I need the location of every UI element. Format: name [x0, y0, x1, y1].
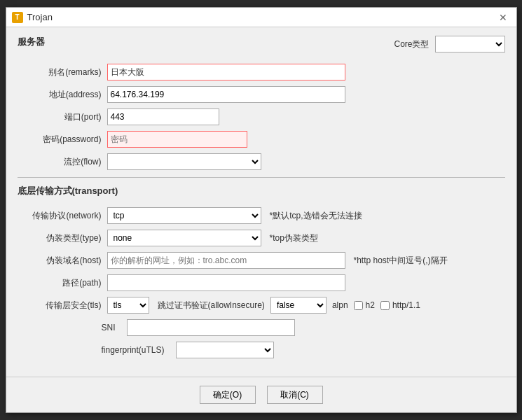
- core-type-select[interactable]: xray v2ray: [435, 36, 505, 52]
- path-row: 路径(path): [18, 274, 505, 291]
- allow-insecure-label: 跳过证书验证(allowInsecure): [158, 300, 265, 312]
- type-hint: *top伪装类型: [270, 232, 318, 244]
- remarks-row: 别名(remarks): [18, 64, 505, 80]
- divider-1: [18, 177, 505, 178]
- path-label: 路径(path): [18, 277, 102, 289]
- trojan-dialog: T Trojan ✕ 服务器 Core类型 xray v2ray 别名(rema…: [6, 7, 517, 413]
- alpn-label: alpn: [332, 300, 348, 310]
- dialog-body: 服务器 Core类型 xray v2ray 别名(remarks) 地址(add…: [6, 27, 516, 377]
- flow-select[interactable]: [107, 153, 261, 170]
- type-row: 伪装类型(type) none http srtp *top伪装类型: [18, 230, 505, 246]
- port-row: 端口(port): [18, 108, 505, 125]
- h2-checkbox[interactable]: [354, 301, 363, 310]
- fingerprint-label: fingerprint(uTLS): [102, 345, 165, 355]
- address-label: 地址(address): [18, 89, 102, 101]
- password-input[interactable]: [107, 131, 247, 148]
- fingerprint-select[interactable]: chrome firefox safari randomized: [176, 342, 274, 358]
- address-row: 地址(address): [18, 86, 505, 103]
- path-input[interactable]: [107, 274, 345, 291]
- allow-insecure-select[interactable]: false true: [270, 297, 327, 314]
- remarks-input[interactable]: [107, 64, 345, 80]
- window-title: Trojan: [27, 12, 53, 22]
- title-bar: T Trojan ✕: [6, 8, 516, 27]
- app-icon: T: [12, 12, 23, 23]
- dialog-footer: 确定(O) 取消(C): [6, 377, 516, 412]
- remarks-label: 别名(remarks): [18, 66, 102, 78]
- flow-row: 流控(flow): [18, 153, 505, 170]
- network-label: 传输协议(network): [18, 210, 102, 222]
- host-row: 伪装域名(host) *http host中间逗号(,)隔开: [18, 252, 505, 269]
- server-section-label: 服务器: [18, 36, 45, 51]
- http11-checkbox[interactable]: [380, 301, 390, 310]
- h2-label: h2: [366, 300, 375, 310]
- confirm-button[interactable]: 确定(O): [200, 386, 256, 404]
- type-label: 伪装类型(type): [18, 232, 102, 244]
- address-input[interactable]: [107, 86, 345, 103]
- host-hint: *http host中间逗号(,)隔开: [354, 255, 448, 267]
- close-button[interactable]: ✕: [495, 10, 511, 25]
- network-row: 传输协议(network) tcp kcp ws h2 quic grpc *默…: [18, 207, 505, 224]
- sni-input[interactable]: [127, 319, 295, 336]
- port-input[interactable]: [107, 108, 219, 125]
- sni-label: SNI: [102, 323, 116, 332]
- cancel-button[interactable]: 取消(C): [267, 386, 323, 404]
- tls-label: 传输层安全(tls): [18, 300, 102, 312]
- type-select[interactable]: none http srtp: [107, 230, 261, 246]
- http11-label: http/1.1: [392, 300, 420, 310]
- transport-section-label: 底层传输方式(transport): [18, 185, 505, 200]
- fingerprint-row: fingerprint(uTLS) chrome firefox safari …: [18, 342, 505, 358]
- password-label: 密码(password): [18, 134, 102, 146]
- network-select[interactable]: tcp kcp ws h2 quic grpc: [107, 207, 261, 224]
- flow-label: 流控(flow): [18, 156, 102, 168]
- port-label: 端口(port): [18, 111, 102, 123]
- password-row: 密码(password): [18, 131, 505, 148]
- core-type-label: Core类型: [394, 38, 429, 50]
- network-hint: *默认tcp,选错会无法连接: [270, 210, 362, 222]
- host-label: 伪装域名(host): [18, 255, 102, 267]
- host-input[interactable]: [107, 252, 345, 269]
- tls-row: 传输层安全(tls) tls none xtls 跳过证书验证(allowIns…: [18, 297, 505, 314]
- tls-select[interactable]: tls none xtls: [107, 297, 149, 314]
- sni-row: SNI: [18, 319, 505, 336]
- core-type-row: Core类型 xray v2ray: [394, 36, 504, 52]
